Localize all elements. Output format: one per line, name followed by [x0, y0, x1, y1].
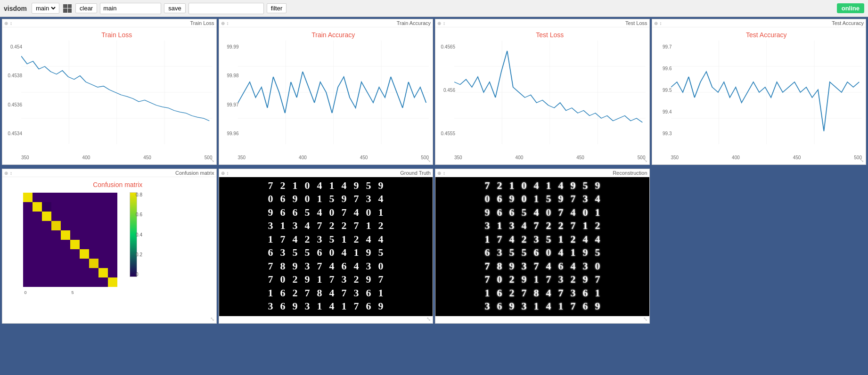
- svg-rect-33: [98, 268, 108, 277]
- train-accuracy-chart: Train Accuracy 99.99 99.98 99.97 99.96 3…: [219, 27, 433, 164]
- svg-rect-32: [89, 259, 98, 268]
- panel-corner-title: Reconstruction: [613, 170, 647, 176]
- online-status: online: [837, 3, 864, 13]
- reconstruction-canvas: [481, 179, 604, 314]
- brand-logo: visdom: [4, 5, 27, 12]
- y-axis: 99.7 99.6 99.5 99.4 99.3: [654, 44, 672, 136]
- env-name-input[interactable]: [100, 3, 161, 14]
- svg-rect-35: [42, 202, 51, 212]
- panel-corner-title: Test Accuracy: [832, 20, 864, 26]
- ground-truth-image: [219, 177, 433, 316]
- empty-cell: [652, 169, 867, 324]
- x-axis: 350 400 450 500: [238, 155, 429, 160]
- reconstruction-image: [435, 177, 649, 316]
- test-loss-chart: Test Loss 0.4565 0.456 0.4555 350 400 45…: [435, 27, 649, 164]
- arrow-icon[interactable]: ↕: [227, 21, 229, 26]
- panel-controls: ⊕ ↕: [221, 21, 229, 26]
- train-loss-panel: ⊕ ↕ Train Loss Train Loss 0.454 0.4538 0…: [2, 19, 217, 165]
- test-accuracy-chart: Test Accuracy 99.7 99.6 99.5 99.4 99.3 3…: [652, 27, 866, 164]
- resize-handle[interactable]: ⤡: [426, 157, 431, 163]
- svg-rect-30: [70, 240, 80, 249]
- chart-title: Test Accuracy: [671, 31, 862, 39]
- panel-controls: ⊕ ↕: [437, 171, 445, 176]
- env-selector[interactable]: main: [32, 3, 59, 14]
- svg-rect-31: [80, 249, 89, 259]
- pin-icon[interactable]: ⊕: [437, 21, 441, 26]
- test-loss-panel: ⊕ ↕ Test Loss Test Loss 0.4565 0.456 0.4…: [435, 19, 650, 165]
- panel-corner-title: Test Loss: [625, 20, 647, 26]
- arrow-icon[interactable]: ↕: [443, 21, 445, 26]
- panel-header: ⊕ ↕ Train Loss: [2, 19, 216, 27]
- filter-input[interactable]: [188, 3, 264, 14]
- resize-handle[interactable]: ⤡: [860, 157, 864, 163]
- chart-title: Train Accuracy: [238, 31, 429, 39]
- train-accuracy-panel: ⊕ ↕ Train Accuracy Train Accuracy 99.99 …: [219, 19, 434, 165]
- panel-header: ⊕ ↕ Test Loss: [435, 19, 649, 27]
- toolbar: visdom main clear save filter online: [0, 0, 868, 17]
- resize-handle[interactable]: ⤡: [643, 157, 647, 163]
- pin-icon[interactable]: ⊕: [437, 171, 441, 176]
- arrow-icon[interactable]: ↕: [443, 171, 445, 176]
- chart-title: Test Loss: [454, 31, 646, 39]
- panel-header: ⊕ ↕ Test Accuracy: [652, 19, 866, 27]
- panel-header: ⊕ ↕ Ground Truth: [219, 169, 433, 177]
- chart-svg: [21, 41, 213, 144]
- pin-icon[interactable]: ⊕: [4, 21, 8, 26]
- panel-header: ⊕ ↕ Confusion matrix: [2, 169, 216, 177]
- svg-rect-34: [108, 277, 117, 287]
- chart-svg: [238, 41, 429, 144]
- clear-button[interactable]: clear: [75, 3, 97, 13]
- x-axis: 350 400 450 500: [454, 155, 646, 160]
- x-axis: 350 400 450 500: [21, 155, 213, 160]
- svg-rect-25: [23, 193, 33, 202]
- resize-handle[interactable]: ⤡: [210, 316, 214, 322]
- panel-corner-title: Confusion matrix: [175, 170, 214, 176]
- panel-controls: ⊕ ↕: [221, 171, 229, 176]
- pin-icon[interactable]: ⊕: [221, 171, 225, 176]
- svg-rect-29: [61, 230, 70, 240]
- filter-button[interactable]: filter: [267, 3, 287, 13]
- pin-icon[interactable]: ⊕: [4, 171, 8, 176]
- arrow-icon[interactable]: ↕: [227, 171, 229, 176]
- env-dropdown[interactable]: main: [34, 4, 57, 12]
- confusion-chart: Confusion matrix: [2, 177, 216, 323]
- bottom-panels-grid: ⊕ ↕ Confusion matrix Confusion matrix: [0, 169, 868, 326]
- pin-icon[interactable]: ⊕: [221, 21, 225, 26]
- train-loss-chart: Train Loss 0.454 0.4538 0.4536 0.4534 35…: [2, 27, 216, 164]
- reconstruction-panel: ⊕ ↕ Reconstruction ⤡: [435, 169, 650, 324]
- y-axis: 99.99 99.98 99.97 99.96: [221, 44, 239, 136]
- resize-handle[interactable]: ⤡: [643, 316, 647, 322]
- panel-header: ⊕ ↕ Train Accuracy: [219, 19, 433, 27]
- resize-handle[interactable]: ⤡: [426, 316, 431, 322]
- ground-truth-canvas: [264, 179, 387, 314]
- confusion-matrix-panel: ⊕ ↕ Confusion matrix Confusion matrix: [2, 169, 217, 324]
- chart-svg: [671, 41, 862, 144]
- arrow-icon[interactable]: ↕: [10, 171, 12, 176]
- panel-corner-title: Ground Truth: [400, 170, 431, 176]
- test-accuracy-panel: ⊕ ↕ Test Accuracy Test Accuracy 99.7 99.…: [652, 19, 867, 165]
- svg-rect-27: [42, 212, 51, 221]
- resize-handle[interactable]: ⤡: [210, 157, 214, 163]
- panel-controls: ⊕ ↕: [437, 21, 445, 26]
- svg-text:0: 0: [24, 290, 26, 295]
- arrow-icon[interactable]: ↕: [10, 21, 12, 26]
- x-axis: 350 400 450 500: [671, 155, 862, 160]
- chart-svg: [454, 41, 646, 144]
- charts-grid: ⊕ ↕ Train Loss Train Loss 0.454 0.4538 0…: [0, 17, 868, 169]
- panel-corner-title: Train Loss: [190, 20, 214, 26]
- chart-title: Train Loss: [21, 31, 213, 39]
- panel-corner-title: Train Accuracy: [397, 20, 431, 26]
- panel-controls: ⊕ ↕: [4, 21, 12, 26]
- panel-header: ⊕ ↕ Reconstruction: [435, 169, 649, 177]
- grid-view-button[interactable]: [62, 3, 73, 14]
- confusion-matrix-svg: 8 6 4 2 0 0 5: [23, 190, 127, 299]
- save-button[interactable]: save: [164, 3, 185, 13]
- svg-rect-26: [33, 202, 42, 212]
- arrow-icon[interactable]: ↕: [660, 21, 662, 26]
- panel-controls: ⊕ ↕: [4, 171, 12, 176]
- y-axis: 0.4565 0.456 0.4555: [437, 44, 455, 136]
- confusion-title: Confusion matrix: [23, 181, 213, 188]
- svg-text:5: 5: [71, 290, 74, 295]
- panel-controls: ⊕ ↕: [654, 21, 662, 26]
- pin-icon[interactable]: ⊕: [654, 21, 658, 26]
